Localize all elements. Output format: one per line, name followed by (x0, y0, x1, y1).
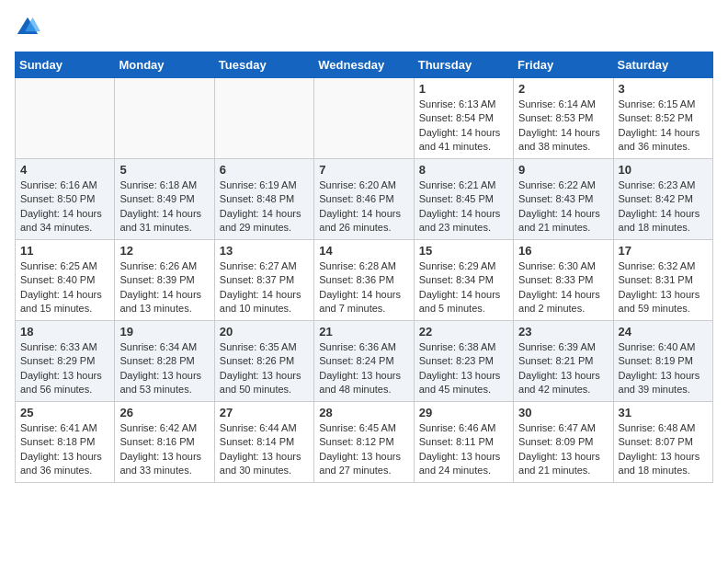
day-number: 5 (119, 163, 209, 177)
day-info: Sunrise: 6:18 AM Sunset: 8:49 PM Dayligh… (119, 178, 209, 236)
logo (15, 15, 44, 40)
day-number: 9 (518, 163, 608, 177)
logo-icon (15, 15, 40, 40)
day-info: Sunrise: 6:21 AM Sunset: 8:45 PM Dayligh… (419, 178, 508, 236)
day-info: Sunrise: 6:20 AM Sunset: 8:46 PM Dayligh… (319, 178, 408, 236)
day-number: 16 (518, 244, 608, 258)
calendar-cell: 31Sunrise: 6:48 AM Sunset: 8:07 PM Dayli… (613, 402, 712, 483)
day-info: Sunrise: 6:35 AM Sunset: 8:26 PM Dayligh… (220, 340, 309, 397)
calendar-cell: 10Sunrise: 6:23 AM Sunset: 8:42 PM Dayli… (613, 159, 712, 240)
calendar-cell: 16Sunrise: 6:30 AM Sunset: 8:33 PM Dayli… (514, 240, 613, 321)
day-number: 22 (419, 325, 508, 339)
day-number: 23 (518, 325, 608, 339)
calendar-cell: 11Sunrise: 6:25 AM Sunset: 8:40 PM Dayli… (16, 240, 115, 321)
day-number: 21 (319, 325, 408, 339)
day-info: Sunrise: 6:47 AM Sunset: 8:09 PM Dayligh… (518, 421, 608, 478)
day-info: Sunrise: 6:32 AM Sunset: 8:31 PM Dayligh… (619, 259, 708, 316)
calendar-cell: 22Sunrise: 6:38 AM Sunset: 8:23 PM Dayli… (414, 321, 513, 402)
day-number: 17 (619, 244, 708, 258)
calendar-header-wednesday: Wednesday (314, 52, 414, 78)
day-info: Sunrise: 6:19 AM Sunset: 8:48 PM Dayligh… (220, 178, 309, 236)
day-number: 30 (518, 406, 608, 419)
day-number: 8 (419, 163, 508, 177)
day-number: 12 (119, 244, 209, 258)
day-info: Sunrise: 6:41 AM Sunset: 8:18 PM Dayligh… (20, 421, 109, 478)
day-info: Sunrise: 6:44 AM Sunset: 8:14 PM Dayligh… (220, 421, 309, 478)
calendar-cell: 18Sunrise: 6:33 AM Sunset: 8:29 PM Dayli… (16, 321, 115, 402)
day-info: Sunrise: 6:14 AM Sunset: 8:53 PM Dayligh… (518, 98, 608, 155)
calendar-header-thursday: Thursday (414, 52, 513, 78)
day-number: 11 (20, 244, 109, 258)
calendar-cell: 12Sunrise: 6:26 AM Sunset: 8:39 PM Dayli… (115, 240, 214, 321)
calendar-header-saturday: Saturday (613, 52, 712, 78)
day-number: 6 (220, 163, 309, 177)
day-info: Sunrise: 6:22 AM Sunset: 8:43 PM Dayligh… (518, 178, 608, 236)
calendar-week-4: 25Sunrise: 6:41 AM Sunset: 8:18 PM Dayli… (16, 402, 713, 483)
page-header (15, 15, 713, 40)
day-number: 28 (319, 406, 408, 419)
day-info: Sunrise: 6:30 AM Sunset: 8:33 PM Dayligh… (518, 259, 608, 316)
day-info: Sunrise: 6:40 AM Sunset: 8:19 PM Dayligh… (619, 340, 708, 397)
day-number: 4 (20, 163, 109, 177)
day-info: Sunrise: 6:46 AM Sunset: 8:11 PM Dayligh… (419, 421, 508, 478)
calendar-cell: 13Sunrise: 6:27 AM Sunset: 8:37 PM Dayli… (214, 240, 313, 321)
day-info: Sunrise: 6:29 AM Sunset: 8:34 PM Dayligh… (419, 259, 508, 316)
day-number: 31 (619, 406, 708, 419)
day-info: Sunrise: 6:33 AM Sunset: 8:29 PM Dayligh… (20, 340, 109, 397)
day-info: Sunrise: 6:38 AM Sunset: 8:23 PM Dayligh… (419, 340, 508, 397)
calendar-cell: 14Sunrise: 6:28 AM Sunset: 8:36 PM Dayli… (314, 240, 414, 321)
calendar-header-tuesday: Tuesday (214, 52, 313, 78)
day-info: Sunrise: 6:42 AM Sunset: 8:16 PM Dayligh… (119, 421, 209, 478)
day-number: 20 (220, 325, 309, 339)
calendar-cell: 15Sunrise: 6:29 AM Sunset: 8:34 PM Dayli… (414, 240, 513, 321)
calendar-cell: 9Sunrise: 6:22 AM Sunset: 8:43 PM Daylig… (514, 159, 613, 240)
calendar-week-2: 11Sunrise: 6:25 AM Sunset: 8:40 PM Dayli… (16, 240, 713, 321)
day-number: 3 (619, 82, 708, 96)
calendar-cell: 26Sunrise: 6:42 AM Sunset: 8:16 PM Dayli… (115, 402, 214, 483)
calendar-week-3: 18Sunrise: 6:33 AM Sunset: 8:29 PM Dayli… (16, 321, 713, 402)
calendar-cell: 23Sunrise: 6:39 AM Sunset: 8:21 PM Dayli… (514, 321, 613, 402)
calendar-cell: 27Sunrise: 6:44 AM Sunset: 8:14 PM Dayli… (214, 402, 313, 483)
day-info: Sunrise: 6:26 AM Sunset: 8:39 PM Dayligh… (119, 259, 209, 316)
calendar-table: SundayMondayTuesdayWednesdayThursdayFrid… (15, 52, 713, 483)
calendar-cell (115, 78, 214, 159)
calendar-cell: 17Sunrise: 6:32 AM Sunset: 8:31 PM Dayli… (613, 240, 712, 321)
calendar-body: 1Sunrise: 6:13 AM Sunset: 8:54 PM Daylig… (16, 78, 713, 483)
calendar-cell: 29Sunrise: 6:46 AM Sunset: 8:11 PM Dayli… (414, 402, 513, 483)
calendar-cell: 21Sunrise: 6:36 AM Sunset: 8:24 PM Dayli… (314, 321, 414, 402)
calendar-cell: 20Sunrise: 6:35 AM Sunset: 8:26 PM Dayli… (214, 321, 313, 402)
calendar-header-friday: Friday (514, 52, 613, 78)
day-number: 13 (220, 244, 309, 258)
day-info: Sunrise: 6:48 AM Sunset: 8:07 PM Dayligh… (619, 421, 708, 478)
day-number: 25 (20, 406, 109, 419)
day-info: Sunrise: 6:13 AM Sunset: 8:54 PM Dayligh… (419, 98, 508, 155)
day-info: Sunrise: 6:25 AM Sunset: 8:40 PM Dayligh… (20, 259, 109, 316)
day-number: 15 (419, 244, 508, 258)
calendar-cell: 8Sunrise: 6:21 AM Sunset: 8:45 PM Daylig… (414, 159, 513, 240)
calendar-cell (214, 78, 313, 159)
day-info: Sunrise: 6:39 AM Sunset: 8:21 PM Dayligh… (518, 340, 608, 397)
day-number: 2 (518, 82, 608, 96)
day-number: 27 (220, 406, 309, 419)
day-info: Sunrise: 6:36 AM Sunset: 8:24 PM Dayligh… (319, 340, 408, 397)
calendar-cell: 25Sunrise: 6:41 AM Sunset: 8:18 PM Dayli… (16, 402, 115, 483)
calendar-header-row: SundayMondayTuesdayWednesdayThursdayFrid… (16, 52, 713, 78)
day-info: Sunrise: 6:15 AM Sunset: 8:52 PM Dayligh… (619, 98, 708, 155)
calendar-cell: 19Sunrise: 6:34 AM Sunset: 8:28 PM Dayli… (115, 321, 214, 402)
calendar-cell: 28Sunrise: 6:45 AM Sunset: 8:12 PM Dayli… (314, 402, 414, 483)
calendar-header-monday: Monday (115, 52, 214, 78)
day-number: 19 (119, 325, 209, 339)
calendar-cell (16, 78, 115, 159)
calendar-cell (314, 78, 414, 159)
day-info: Sunrise: 6:16 AM Sunset: 8:50 PM Dayligh… (20, 178, 109, 236)
calendar-header-sunday: Sunday (16, 52, 115, 78)
day-number: 26 (119, 406, 209, 419)
day-number: 7 (319, 163, 408, 177)
day-number: 1 (419, 82, 508, 96)
day-info: Sunrise: 6:45 AM Sunset: 8:12 PM Dayligh… (319, 421, 408, 478)
calendar-week-0: 1Sunrise: 6:13 AM Sunset: 8:54 PM Daylig… (16, 78, 713, 159)
day-info: Sunrise: 6:23 AM Sunset: 8:42 PM Dayligh… (619, 178, 708, 236)
calendar-cell: 24Sunrise: 6:40 AM Sunset: 8:19 PM Dayli… (613, 321, 712, 402)
day-number: 14 (319, 244, 408, 258)
calendar-cell: 7Sunrise: 6:20 AM Sunset: 8:46 PM Daylig… (314, 159, 414, 240)
